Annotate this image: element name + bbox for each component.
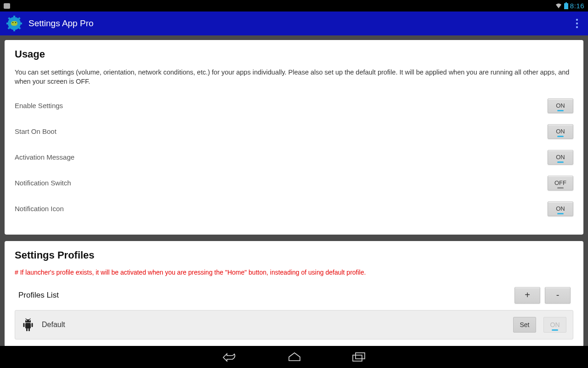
svg-rect-23 bbox=[353, 355, 362, 361]
svg-rect-20 bbox=[32, 323, 33, 327]
toggle-enable-settings[interactable]: ON bbox=[548, 98, 573, 113]
profile-set-button[interactable]: Set bbox=[513, 317, 536, 333]
usage-card: Usage You can set settings (volume, orie… bbox=[5, 40, 583, 235]
status-bar: 8:16 bbox=[0, 0, 588, 12]
overflow-menu-button[interactable] bbox=[572, 16, 582, 31]
profile-name: Default bbox=[42, 321, 506, 329]
remove-profile-button[interactable]: - bbox=[545, 287, 571, 304]
status-right: 8:16 bbox=[555, 2, 584, 10]
svg-rect-0 bbox=[564, 3, 568, 9]
usage-heading: Usage bbox=[15, 48, 573, 60]
usage-description: You can set settings (volume, orientatio… bbox=[15, 68, 573, 86]
wifi-icon bbox=[555, 3, 562, 9]
clock: 8:16 bbox=[570, 2, 584, 10]
svg-rect-22 bbox=[28, 328, 30, 331]
setting-row-enable-settings: Enable Settings ON bbox=[15, 93, 573, 119]
app-title: Settings App Pro bbox=[28, 18, 94, 29]
navigation-bar bbox=[0, 346, 588, 368]
svg-rect-19 bbox=[23, 323, 25, 327]
svg-rect-18 bbox=[25, 323, 31, 328]
profiles-list-header: Profiles List + - bbox=[15, 285, 573, 310]
recent-apps-button[interactable] bbox=[352, 352, 366, 362]
android-icon bbox=[22, 318, 34, 332]
setting-row-notification-switch: Notification Switch OFF bbox=[15, 170, 573, 196]
action-bar: Settings App Pro bbox=[0, 12, 588, 35]
svg-point-15 bbox=[29, 320, 30, 321]
profiles-list-title: Profiles List bbox=[18, 291, 59, 300]
svg-rect-21 bbox=[26, 328, 28, 331]
setting-label: Enable Settings bbox=[15, 102, 63, 109]
toggle-start-on-boot[interactable]: ON bbox=[548, 124, 573, 139]
setting-label: Notification Icon bbox=[15, 205, 64, 213]
toggle-notification-switch[interactable]: OFF bbox=[548, 176, 573, 190]
setting-row-start-on-boot: Start On Boot ON bbox=[15, 119, 573, 144]
svg-rect-5 bbox=[6, 23, 9, 24]
svg-point-12 bbox=[12, 22, 13, 23]
profiles-heading: Settings Profiles bbox=[15, 249, 573, 261]
setting-row-notification-icon: Notification Icon ON bbox=[15, 196, 573, 222]
battery-icon bbox=[564, 2, 568, 9]
svg-rect-4 bbox=[13, 29, 15, 31]
svg-point-14 bbox=[26, 320, 27, 321]
profiles-card: Settings Profiles # If launcher's profil… bbox=[5, 241, 583, 346]
add-profile-button[interactable]: + bbox=[514, 287, 540, 304]
status-left bbox=[4, 3, 10, 9]
toggle-activation-message[interactable]: ON bbox=[548, 150, 573, 165]
svg-line-17 bbox=[30, 318, 31, 320]
profiles-note: # If launcher's profile exists, it will … bbox=[15, 269, 573, 276]
profile-on-toggle[interactable]: ON bbox=[543, 317, 566, 333]
home-button[interactable] bbox=[288, 351, 301, 362]
app-icon bbox=[6, 16, 22, 31]
svg-rect-11 bbox=[11, 21, 17, 26]
svg-rect-6 bbox=[19, 23, 22, 24]
svg-rect-24 bbox=[356, 353, 365, 359]
content-scroll[interactable]: Usage You can set settings (volume, orie… bbox=[0, 35, 588, 346]
back-button[interactable] bbox=[222, 351, 237, 363]
setting-row-activation-message: Activation Message ON bbox=[15, 144, 573, 170]
setting-label: Activation Message bbox=[15, 153, 74, 161]
svg-point-13 bbox=[15, 22, 16, 23]
profile-item-default[interactable]: Default Set ON bbox=[15, 310, 573, 339]
svg-rect-3 bbox=[13, 16, 15, 18]
svg-line-16 bbox=[26, 318, 27, 320]
setting-label: Notification Switch bbox=[15, 179, 71, 187]
notification-indicator-icon bbox=[4, 3, 10, 9]
setting-label: Start On Boot bbox=[15, 127, 57, 135]
toggle-notification-icon[interactable]: ON bbox=[548, 201, 573, 216]
svg-rect-1 bbox=[565, 2, 567, 3]
